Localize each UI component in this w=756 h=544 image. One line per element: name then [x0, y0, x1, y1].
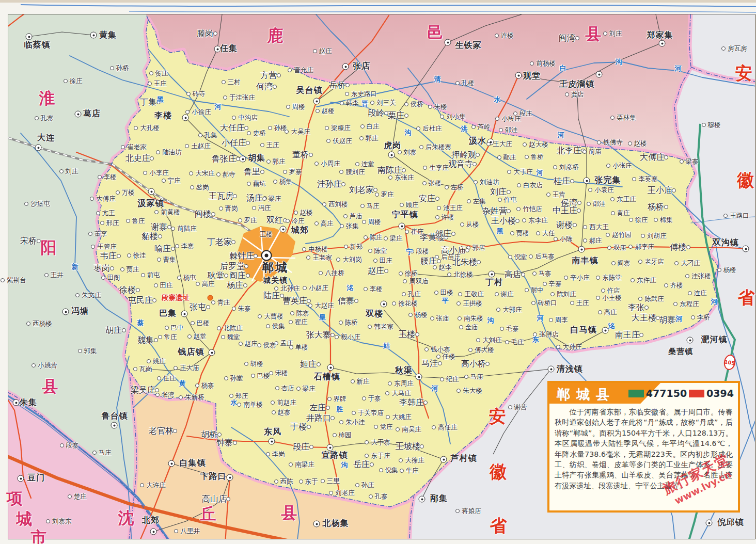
village-label: 貊楼 [141, 232, 158, 241]
village-label: 砖寺 [193, 91, 206, 98]
village-dot [587, 202, 591, 206]
village-dot [1, 278, 5, 282]
village-dot [122, 328, 126, 332]
village-label: 任楼 [443, 354, 455, 360]
village-label: 中王庄 [553, 206, 577, 215]
village-dot [177, 276, 181, 280]
village-label: 许楼 [442, 214, 454, 221]
village-label: 董桥 [292, 151, 309, 159]
village-label: 紫荆台 [7, 277, 26, 284]
village-label: 巴楼 [197, 320, 210, 327]
village-label: 大于庄 [513, 169, 533, 175]
village-dot [717, 268, 721, 272]
village-dot [155, 393, 160, 397]
village-dot [610, 197, 615, 201]
village-label: 曹集 [163, 257, 176, 263]
village-label: 沙堡屯 [30, 201, 50, 207]
village-label: 双红 [266, 216, 283, 225]
info-box-legend: 477150 0394 [628, 388, 734, 399]
village-label: 刘彦桥 [559, 164, 579, 171]
village-label: 冷庄 [292, 218, 305, 225]
village-dot [398, 150, 402, 154]
village-label: 李楼 [370, 286, 383, 293]
village-dot [388, 175, 392, 180]
village-dot [260, 170, 264, 174]
town-label: 临蔡镇 [24, 41, 51, 49]
village-dot [243, 283, 247, 287]
town-label: 吴台镇 [296, 86, 323, 94]
village-dot [321, 479, 325, 483]
village-label: 李桥 [697, 314, 710, 321]
village-dot [364, 287, 368, 291]
province-label: 省 [738, 289, 755, 306]
river-label: 河 [432, 385, 438, 392]
village-dot [238, 218, 242, 222]
town-dot [35, 145, 42, 151]
village-label: 金庙 [465, 324, 478, 331]
village-dot [460, 222, 464, 227]
village-label: 胡庄 [105, 326, 122, 334]
village-label: 孙堂 [230, 375, 243, 382]
village-dot [266, 324, 270, 328]
town-label: 宜路镇 [322, 451, 348, 459]
village-label: 胡桥 [201, 430, 217, 439]
town-label: 大连 [37, 134, 55, 142]
village-dot [464, 375, 468, 379]
village-dot [549, 318, 553, 322]
neighbor-county-label: 市 [31, 530, 47, 544]
village-dot [274, 286, 278, 291]
town-dot [90, 32, 97, 39]
town-dot [13, 399, 20, 406]
village-label: 于关帝庙 [358, 410, 384, 417]
village-label: 王小庙 [648, 186, 672, 195]
area-code-swatch [689, 390, 704, 397]
village-label: 孔寨 [41, 115, 54, 122]
village-dot [24, 202, 28, 206]
village-label: 西大王 [589, 224, 609, 231]
village-dot [495, 117, 499, 121]
town-dot [75, 111, 82, 118]
town-dot [327, 364, 334, 371]
village-dot [517, 183, 521, 187]
village-dot [582, 150, 587, 154]
village-label: 东于 [305, 478, 318, 485]
village-label: 穆楼 [708, 122, 721, 129]
village-label: 徐桥 [405, 270, 418, 277]
village-label: 梁寨 [686, 158, 699, 165]
village-label: 小任庄 [222, 139, 246, 147]
village-label: 赵庄 [245, 341, 258, 347]
village-label: 藕坑 [253, 181, 266, 187]
town-label: 张店 [353, 62, 370, 70]
village-label: 生李庄 [429, 165, 449, 171]
village-dot [147, 359, 151, 363]
river-label: 水 [494, 96, 501, 103]
village-label: 许楼 [501, 33, 514, 39]
village-dot [596, 276, 600, 280]
village-dot [375, 193, 379, 197]
village-label: 于洼张庄 [229, 94, 255, 101]
village-label: 王大庙 [180, 365, 199, 372]
town-dot [168, 460, 175, 467]
town-dot [706, 520, 713, 526]
village-label: 杏店 [281, 385, 294, 392]
neighbor-county-label: 邑 [428, 25, 444, 41]
village-label: 孔庄 [408, 291, 421, 298]
village-dot [158, 335, 162, 339]
village-dot [445, 185, 449, 189]
village-label: 大王楼 [632, 314, 656, 322]
village-dot [516, 207, 521, 211]
village-dot [510, 231, 514, 235]
village-dot [419, 145, 423, 149]
village-dot [496, 308, 500, 312]
town-label: 桑营镇 [668, 348, 693, 356]
village-label: 李寨 [181, 243, 194, 250]
village-dot [638, 260, 642, 264]
village-dot [362, 220, 366, 224]
village-label: 王楼 [260, 231, 273, 238]
village-label: 刘庄 [609, 30, 622, 37]
village-dot [35, 116, 39, 120]
village-label: 辛寨 [549, 281, 562, 287]
village-label: 高庄 [202, 281, 215, 287]
town-dot [181, 311, 188, 317]
postal-code: 477150 [646, 388, 687, 399]
